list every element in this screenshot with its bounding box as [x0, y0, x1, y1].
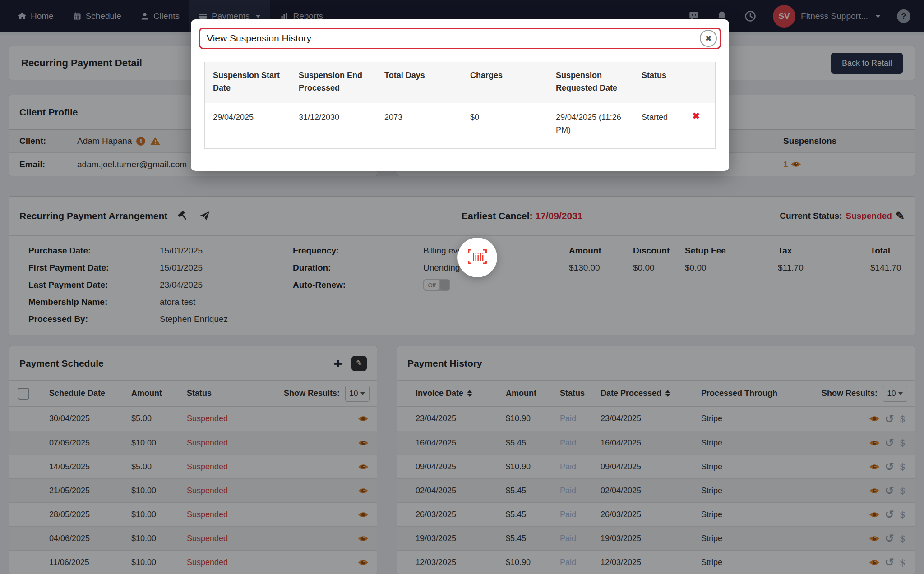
- suspension-start-value: 29/04/2025: [205, 111, 291, 137]
- status-value: Started: [633, 111, 683, 137]
- requested-date-header: Suspension Requested Date: [548, 69, 633, 95]
- suspension-row: 29/04/2025 31/12/2030 2073 $0 29/04/2025…: [205, 103, 715, 148]
- suspension-end-value: 31/12/2030: [291, 111, 376, 137]
- suspension-start-header: Suspension Start Date: [205, 69, 291, 95]
- close-icon: ✖: [705, 34, 711, 43]
- delete-suspension-icon[interactable]: ✖: [693, 111, 700, 137]
- total-days-header: Total Days: [376, 69, 462, 95]
- view-suspension-history-modal: View Suspension History ✖ Suspension Sta…: [191, 19, 729, 171]
- suspension-end-header: Suspension End Processed: [291, 69, 376, 95]
- requested-date-value: 29/04/2025 (11:26 PM): [548, 111, 633, 137]
- x-glyph: ✖: [693, 111, 700, 121]
- modal-titlebar: View Suspension History ✖: [199, 28, 721, 49]
- modal-close-button[interactable]: ✖: [700, 30, 717, 47]
- charges-header: Charges: [462, 69, 548, 95]
- charges-value: $0: [462, 111, 548, 137]
- modal-title: View Suspension History: [207, 33, 311, 44]
- total-days-value: 2073: [376, 111, 462, 137]
- loading-spinner: [457, 238, 497, 277]
- suspension-history-table: Suspension Start Date Suspension End Pro…: [204, 62, 716, 149]
- suspension-table-header: Suspension Start Date Suspension End Pro…: [205, 62, 715, 103]
- status-header: Status: [633, 69, 683, 95]
- barcode-scan-icon: [467, 248, 488, 267]
